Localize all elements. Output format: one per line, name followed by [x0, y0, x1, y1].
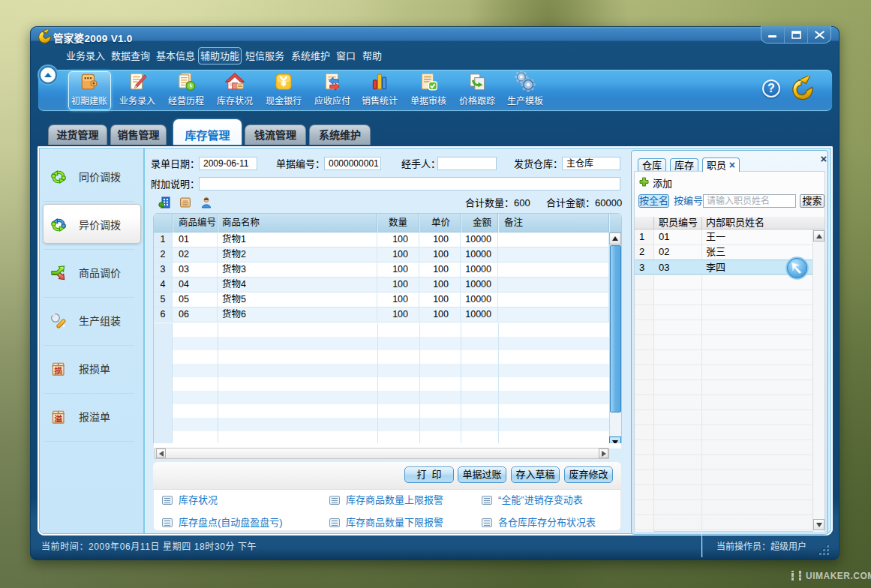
- svg-text:溢: 溢: [54, 412, 62, 424]
- svg-text:损: 损: [54, 364, 62, 376]
